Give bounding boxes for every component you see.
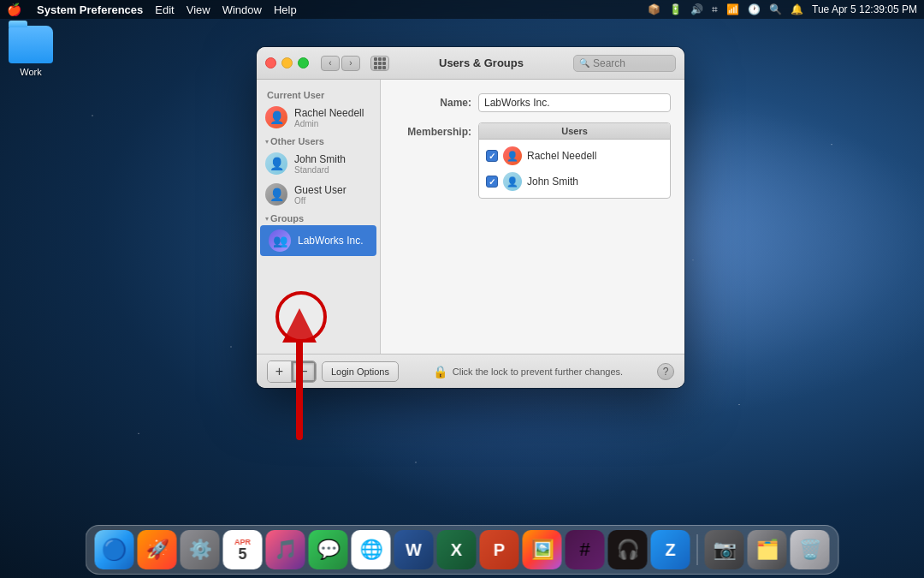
- dock-item-trash[interactable]: 🗑️: [791, 530, 830, 569]
- dock-item-spotify[interactable]: 🎧: [608, 530, 648, 569]
- user-info-labworks: LabWorks Inc.: [298, 235, 363, 247]
- user-name-guest: Guest User: [294, 184, 346, 196]
- help-button[interactable]: ?: [657, 363, 674, 380]
- menubar-window[interactable]: Window: [222, 3, 262, 16]
- menubar-search-icon[interactable]: 🔍: [769, 3, 782, 15]
- sidebar: Current User 👤 Rachel Needell Admin ▾ Ot…: [257, 80, 381, 354]
- user-info-guest: Guest User Off: [294, 184, 346, 206]
- member-name-john: John Smith: [527, 176, 578, 188]
- menubar-volume-icon: 🔊: [690, 3, 703, 15]
- remove-user-button[interactable]: −: [292, 361, 316, 382]
- menubar-dropbox-icon: 📦: [648, 3, 660, 15]
- avatar-john: 👤: [265, 152, 287, 175]
- user-role-rachel: Admin: [294, 119, 364, 128]
- dock-item-itunes[interactable]: 🎵: [266, 530, 305, 569]
- member-item-rachel: 👤 Rachel Needell: [479, 143, 670, 169]
- folder-icon: [9, 26, 53, 63]
- user-info-rachel: Rachel Needell Admin: [294, 107, 364, 128]
- menubar-wifi-icon: 📶: [726, 3, 739, 15]
- membership-column-header: Users: [479, 123, 670, 140]
- dock-item-finder[interactable]: 🔵: [95, 530, 134, 569]
- dock: 🔵 🚀 ⚙️ APR5 🎵 💬 🌐 W X P 🖼️: [86, 525, 839, 575]
- dock-item-messages[interactable]: 💬: [309, 530, 348, 569]
- membership-label: Membership:: [394, 122, 471, 138]
- member-avatar-john: 👤: [503, 172, 522, 191]
- menubar-view[interactable]: View: [187, 3, 210, 16]
- menubar-notification-icon[interactable]: 🔔: [791, 3, 803, 15]
- dock-item-powerpoint[interactable]: P: [480, 530, 519, 569]
- dock-item-misc[interactable]: 🗂️: [748, 530, 787, 569]
- dock-item-image-capture[interactable]: 📷: [705, 530, 744, 569]
- dock-item-slack[interactable]: #: [566, 530, 605, 569]
- avatar-guest: 👤: [265, 183, 287, 206]
- bottom-bar: + − Login Options 🔒 Click the lock to pr…: [257, 354, 684, 388]
- dock-item-launchpad[interactable]: 🚀: [138, 530, 177, 569]
- grid-icon: [374, 57, 386, 69]
- user-role-guest: Off: [294, 196, 346, 206]
- name-row: Name:: [394, 93, 671, 112]
- lock-text: Click the lock to prevent further change…: [453, 366, 623, 377]
- lock-section: 🔒 Click the lock to prevent further chan…: [433, 365, 623, 378]
- dock-item-chrome[interactable]: 🌐: [352, 530, 391, 569]
- avatar-rachel: 👤: [265, 106, 287, 128]
- nav-buttons: ‹ ›: [321, 56, 360, 71]
- menubar-edit[interactable]: Edit: [155, 3, 174, 16]
- login-options-button[interactable]: Login Options: [322, 361, 399, 382]
- menubar: 🍎 System Preferences Edit View Window He…: [0, 0, 924, 19]
- name-input[interactable]: [478, 93, 671, 112]
- window-title: Users & Groups: [396, 57, 566, 69]
- search-icon: 🔍: [579, 58, 589, 68]
- maximize-button[interactable]: [298, 57, 309, 69]
- search-box[interactable]: 🔍: [573, 55, 676, 72]
- current-user-section-label: Current User: [257, 86, 380, 102]
- avatar-labworks: 👥: [269, 229, 291, 252]
- search-input[interactable]: [593, 57, 670, 69]
- forward-button[interactable]: ›: [341, 56, 360, 71]
- menubar-right: 📦 🔋 🔊 ⌗ 📶 🕐 🔍 🔔 Tue Apr 5 12:39:05 PM: [648, 3, 917, 15]
- name-label: Name:: [394, 97, 471, 109]
- menubar-bluetooth-icon: ⌗: [712, 3, 718, 15]
- menubar-datetime: Tue Apr 5 12:39:05 PM: [812, 3, 917, 15]
- member-checkbox-john[interactable]: [486, 176, 498, 188]
- sidebar-item-rachel[interactable]: 👤 Rachel Needell Admin: [257, 102, 380, 133]
- minimize-button[interactable]: [281, 57, 293, 69]
- dock-item-system-preferences[interactable]: ⚙️: [181, 530, 220, 569]
- groups-section-label: Groups: [270, 213, 304, 223]
- sidebar-item-john[interactable]: 👤 John Smith Standard: [257, 148, 380, 179]
- groups-arrow: ▾: [265, 215, 269, 223]
- lock-icon[interactable]: 🔒: [433, 365, 447, 378]
- menubar-app-name: System Preferences: [37, 3, 143, 16]
- dock-item-word[interactable]: W: [394, 530, 434, 569]
- apple-menu[interactable]: 🍎: [7, 3, 21, 16]
- close-button[interactable]: [265, 57, 276, 69]
- add-remove-buttons: + −: [267, 361, 317, 383]
- user-name-john: John Smith: [294, 153, 346, 165]
- member-checkbox-rachel[interactable]: [486, 150, 498, 162]
- dock-item-excel[interactable]: X: [437, 530, 477, 569]
- member-name-rachel: Rachel Needell: [527, 150, 596, 162]
- menubar-clock-icon: 🕐: [748, 3, 761, 15]
- grid-view-button[interactable]: [370, 56, 389, 71]
- member-avatar-rachel: 👤: [503, 146, 522, 165]
- menubar-left: 🍎 System Preferences Edit View Window He…: [7, 3, 297, 16]
- folder-label: Work: [20, 67, 41, 77]
- membership-row: Membership: Users 👤 Rachel Needell �: [394, 122, 671, 199]
- member-item-john: 👤 John Smith: [479, 169, 670, 194]
- users-groups-window: ‹ › Users & Groups 🔍 Current User: [257, 47, 684, 388]
- membership-list: 👤 Rachel Needell 👤 John Smith: [479, 140, 670, 198]
- dock-item-zoom[interactable]: Z: [651, 530, 690, 569]
- desktop-folder-work[interactable]: Work: [9, 26, 53, 77]
- sidebar-item-labworks[interactable]: 👥 LabWorks Inc.: [260, 225, 376, 256]
- menubar-help[interactable]: Help: [274, 3, 297, 16]
- dock-item-calendar[interactable]: APR5: [223, 530, 263, 569]
- sidebar-item-guest[interactable]: 👤 Guest User Off: [257, 179, 380, 210]
- user-name-rachel: Rachel Needell: [294, 107, 364, 119]
- add-user-button[interactable]: +: [268, 361, 292, 382]
- back-button[interactable]: ‹: [321, 56, 340, 71]
- other-users-arrow: ▾: [265, 138, 269, 146]
- desktop: 🍎 System Preferences Edit View Window He…: [0, 0, 924, 578]
- menubar-battery-icon: 🔋: [669, 3, 682, 15]
- dock-item-photos[interactable]: 🖼️: [523, 530, 562, 569]
- dock-divider: [697, 534, 698, 565]
- traffic-lights: [265, 57, 309, 69]
